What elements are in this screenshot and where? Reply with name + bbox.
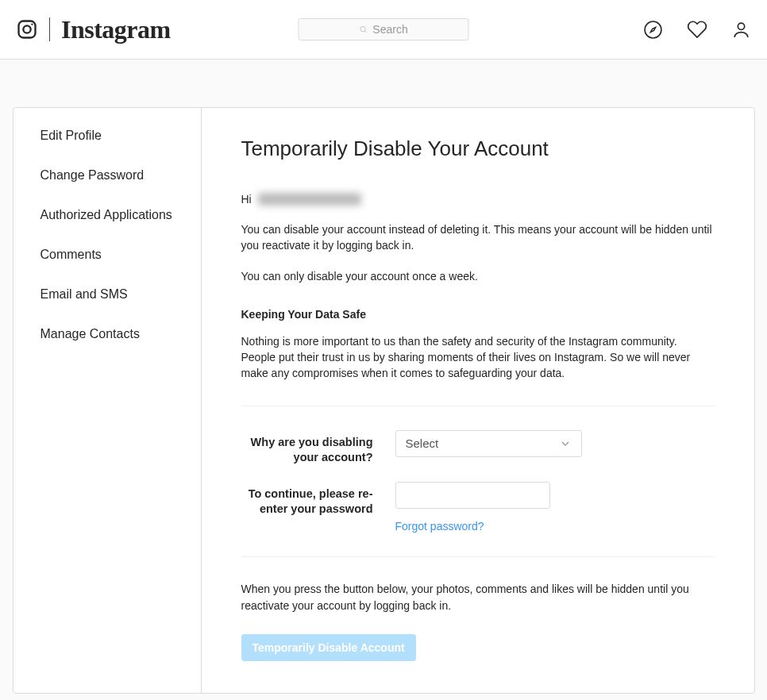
svg-point-1	[23, 25, 30, 33]
data-safe-heading: Keeping Your Data Safe	[241, 308, 715, 321]
password-row: To continue, please re-enter your passwo…	[241, 482, 715, 533]
brand-area: Instagram	[16, 15, 171, 44]
confirm-paragraph: When you press the button below, your ph…	[241, 581, 715, 613]
section-divider-2	[241, 556, 715, 557]
search-icon	[359, 25, 368, 34]
svg-point-7	[738, 23, 744, 29]
top-navbar: Instagram Search	[0, 0, 767, 60]
sidebar-item-comments[interactable]: Comments	[13, 235, 201, 275]
svg-point-3	[360, 26, 365, 31]
svg-point-5	[645, 21, 661, 38]
settings-panel: Edit Profile Change Password Authorized …	[13, 107, 755, 694]
username-redacted	[258, 193, 361, 206]
intro-paragraph-1: You can disable your account instead of …	[241, 221, 715, 254]
brand-divider	[49, 17, 50, 41]
main-content: Temporarily Disable Your Account Hi You …	[202, 108, 754, 693]
page-title: Temporarily Disable Your Account	[241, 137, 715, 161]
svg-marker-6	[650, 27, 655, 32]
password-input[interactable]	[395, 482, 550, 509]
search-placeholder: Search	[372, 23, 407, 36]
reason-row: Why are you disabling your account? Sele…	[241, 430, 715, 465]
reason-select-value: Select	[406, 437, 439, 450]
reason-label: Why are you disabling your account?	[241, 430, 395, 465]
settings-sidebar: Edit Profile Change Password Authorized …	[13, 108, 202, 693]
data-safe-paragraph: Nothing is more important to us than the…	[241, 333, 715, 382]
section-divider	[241, 406, 715, 406]
svg-line-4	[364, 30, 366, 32]
sidebar-item-authorized-apps[interactable]: Authorized Applications	[13, 195, 201, 235]
sidebar-item-email-sms[interactable]: Email and SMS	[13, 275, 201, 314]
search-input[interactable]: Search	[299, 18, 469, 40]
nav-icons	[643, 19, 751, 40]
forgot-password-link[interactable]: Forgot password?	[395, 520, 582, 533]
activity-heart-icon[interactable]	[687, 19, 707, 40]
greeting-prefix: Hi	[241, 193, 252, 206]
greeting-line: Hi	[241, 193, 715, 206]
intro-paragraph-2: You can only disable your account once a…	[241, 268, 715, 284]
instagram-glyph-icon[interactable]	[16, 18, 38, 40]
profile-icon[interactable]	[731, 20, 751, 40]
sidebar-item-change-password[interactable]: Change Password	[13, 156, 201, 195]
temporarily-disable-button[interactable]: Temporarily Disable Account	[241, 634, 416, 661]
explore-icon[interactable]	[643, 20, 663, 40]
password-label: To continue, please re-enter your passwo…	[241, 482, 395, 517]
search-container: Search	[299, 18, 469, 40]
svg-rect-0	[19, 21, 36, 38]
instagram-wordmark[interactable]: Instagram	[61, 15, 171, 44]
chevron-down-icon	[559, 437, 572, 450]
sidebar-item-edit-profile[interactable]: Edit Profile	[13, 116, 201, 156]
reason-select[interactable]: Select	[395, 430, 582, 457]
svg-point-2	[31, 23, 33, 25]
sidebar-item-manage-contacts[interactable]: Manage Contacts	[13, 314, 201, 354]
